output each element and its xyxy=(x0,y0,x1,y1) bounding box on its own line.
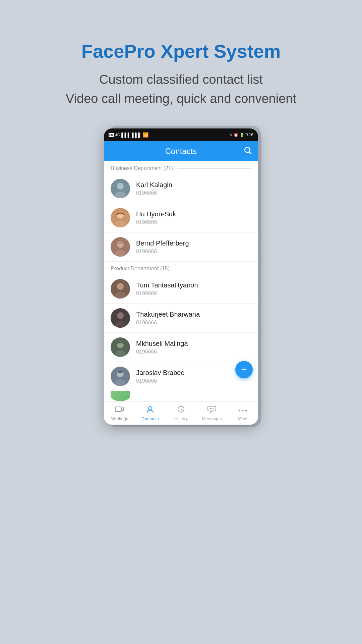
app-subtitle: Custom classified contact list Video cal… xyxy=(66,70,296,108)
contact-info-karl: Karl Kalagin 0196666 xyxy=(136,181,172,196)
avatar-tum xyxy=(111,279,130,299)
svg-point-29 xyxy=(213,408,214,409)
avatar-thakurjeet xyxy=(111,308,130,328)
contact-item-tum[interactable]: Tum Tantasatityanon 0196666 xyxy=(104,274,258,304)
nav-label-more: More xyxy=(238,416,248,421)
signal-bars2-icon: ▌▌▌ xyxy=(132,132,141,138)
nav-label-meetings: Meetings xyxy=(111,416,128,421)
contact-number: 0196666 xyxy=(136,349,188,355)
search-button[interactable] xyxy=(243,146,252,157)
avatar-bernd xyxy=(111,237,130,257)
svg-rect-24 xyxy=(115,407,121,412)
battery-icon: 🔋 xyxy=(240,133,244,137)
alarm-icon: ⏰ xyxy=(234,133,238,137)
contact-name: Hu Hyon-Suk xyxy=(136,210,176,218)
section-header-product: Product Department (15) xyxy=(104,262,258,274)
wifi-icon: 📶 xyxy=(143,132,148,138)
avatar-karl xyxy=(111,179,130,198)
nav-label-contacts: Contacts xyxy=(141,416,159,421)
svg-rect-23 xyxy=(118,371,123,373)
nav-item-contacts[interactable]: Contacts xyxy=(135,401,166,425)
phone-wrapper: HD 4G ▌▌▌ ▌▌▌ 📶 N ⏰ 🔋 9:16 Contacts xyxy=(104,128,258,425)
signal-bars-icon: ▌▌▌ xyxy=(121,132,131,138)
contact-number: 0196666 xyxy=(136,249,189,255)
nav-label-messages: Messages xyxy=(202,416,222,421)
nav-item-meetings[interactable]: Meetings xyxy=(104,401,135,425)
contact-name: Jaroslav Brabec xyxy=(136,369,184,377)
plus-icon: + xyxy=(241,364,247,374)
nav-item-history[interactable]: History xyxy=(166,401,196,425)
phone-mockup: HD 4G ▌▌▌ ▌▌▌ 📶 N ⏰ 🔋 9:16 Contacts xyxy=(104,128,258,425)
contact-info-hu: Hu Hyon-Suk 0196666 xyxy=(136,210,176,225)
contact-list: Business Department (21) Karl Kalagin 01… xyxy=(104,161,258,401)
svg-point-32 xyxy=(245,410,247,411)
meetings-icon xyxy=(115,406,124,415)
contact-name: Thakurjeet Bharwana xyxy=(136,311,200,318)
partial-contact-row[interactable] xyxy=(104,391,258,401)
contact-number: 0196666 xyxy=(136,378,184,384)
nav-item-messages[interactable]: Messages xyxy=(196,401,227,425)
contact-info-bernd: Bernd Pfefferberg 0196666 xyxy=(136,239,189,255)
contact-number: 0196666 xyxy=(136,320,200,326)
section-label-business: Business Department (21) xyxy=(111,165,173,171)
bottom-navigation: Meetings Contacts Hist xyxy=(104,401,258,425)
svg-point-15 xyxy=(117,312,124,319)
network-type: 4G xyxy=(115,133,120,137)
svg-line-1 xyxy=(249,152,251,154)
more-icon xyxy=(238,406,248,415)
contact-name: Mkhuseli Malinga xyxy=(136,340,188,347)
contact-name: Karl Kalagin xyxy=(136,181,172,189)
contact-info-tum: Tum Tantasatityanon 0196666 xyxy=(136,281,198,297)
contact-item-jaroslav[interactable]: Jaroslav Brabec 0196666 xyxy=(104,362,258,391)
app-header-bar: Contacts xyxy=(104,141,258,161)
nav-item-more[interactable]: More xyxy=(227,401,258,425)
hd-badge: HD xyxy=(109,133,114,137)
status-bar: HD 4G ▌▌▌ ▌▌▌ 📶 N ⏰ 🔋 9:16 xyxy=(104,128,258,141)
app-title: FacePro Xpert System xyxy=(66,40,296,62)
avatar-jaroslav xyxy=(111,367,130,386)
svg-point-3 xyxy=(117,183,124,190)
svg-point-25 xyxy=(148,407,152,410)
contact-number: 0196666 xyxy=(136,290,198,297)
contacts-icon xyxy=(146,405,154,415)
header-title: Contacts xyxy=(165,147,197,156)
svg-point-27 xyxy=(210,408,211,409)
svg-point-31 xyxy=(242,410,244,411)
contact-number: 0196666 xyxy=(136,190,172,196)
contact-item-bernd[interactable]: Bernd Pfefferberg 0196666 xyxy=(104,232,258,262)
page-header: FacePro Xpert System Custom classified c… xyxy=(66,40,296,108)
contact-info-thakurjeet: Thakurjeet Bharwana 0196666 xyxy=(136,311,200,326)
add-contact-fab[interactable]: + xyxy=(235,361,253,378)
svg-point-12 xyxy=(117,283,124,290)
contact-item-thakurjeet[interactable]: Thakurjeet Bharwana 0196666 xyxy=(104,304,258,333)
section-header-business: Business Department (21) xyxy=(104,161,258,174)
avatar-mkhuseli xyxy=(111,337,130,357)
contact-number: 0196666 xyxy=(136,219,176,225)
section-divider-business xyxy=(177,168,251,169)
status-time: 9:16 xyxy=(246,132,253,137)
section-label-product: Product Department (15) xyxy=(111,266,170,272)
contact-name: Bernd Pfefferberg xyxy=(136,239,189,247)
contact-name: Tum Tantasatityanon xyxy=(136,281,198,289)
svg-point-30 xyxy=(239,410,240,411)
contact-info-mkhuseli: Mkhuseli Malinga 0196666 xyxy=(136,340,188,355)
contact-item-mkhuseli[interactable]: Mkhuseli Malinga 0196666 xyxy=(104,333,258,362)
history-icon xyxy=(177,405,185,415)
partial-avatar xyxy=(111,391,130,401)
avatar-hu xyxy=(111,208,130,227)
contact-item-hu[interactable]: Hu Hyon-Suk 0196666 xyxy=(104,203,258,232)
svg-point-28 xyxy=(212,408,212,409)
contact-info-jaroslav: Jaroslav Brabec 0196666 xyxy=(136,369,184,384)
contact-item-karl[interactable]: Karl Kalagin 0196666 xyxy=(104,174,258,203)
nav-label-history: History xyxy=(174,416,188,421)
messages-icon xyxy=(207,405,216,415)
section-divider-product xyxy=(174,269,251,269)
nfc-icon: N xyxy=(230,133,232,137)
